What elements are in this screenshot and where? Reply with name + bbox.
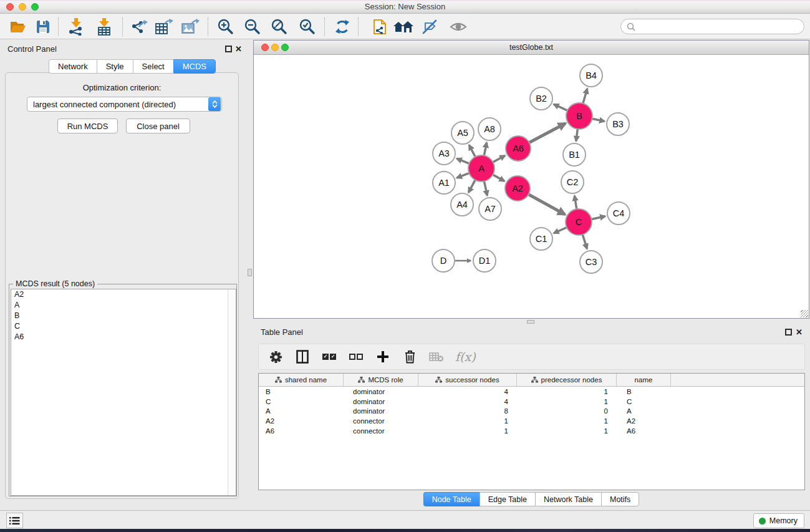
deselect-all-checkboxes-icon[interactable] — [348, 348, 364, 365]
control-panel-float-icon[interactable] — [225, 46, 232, 52]
search-box[interactable] — [620, 19, 804, 34]
vertical-splitter-grip[interactable] — [248, 269, 252, 276]
table-panel-close-icon[interactable]: ✕ — [796, 329, 803, 336]
network-window-titlebar[interactable]: testGlobe.txt — [254, 41, 809, 55]
cell[interactable]: B — [617, 388, 671, 395]
table-row[interactable]: Adominator80A — [259, 407, 804, 417]
import-network-icon[interactable] — [65, 17, 87, 37]
cell[interactable]: A6 — [617, 427, 671, 435]
cell[interactable]: dominator — [344, 388, 418, 395]
cell[interactable]: 4 — [418, 398, 517, 405]
table-panel-float-icon[interactable] — [785, 329, 792, 336]
cell[interactable]: 8 — [418, 407, 517, 415]
save-session-icon[interactable] — [32, 17, 54, 37]
table-row[interactable]: Bdominator41B — [259, 387, 804, 397]
export-table-icon[interactable] — [153, 17, 175, 37]
mcds-result-group: MCDS result (5 nodes) A2ABCA6 — [9, 284, 237, 496]
session-title: Session: New Session — [0, 2, 810, 11]
memory-label: Memory — [769, 516, 798, 525]
column-header-MCDS-role[interactable]: MCDS role — [344, 374, 418, 386]
node-table[interactable]: shared nameMCDS rolesuccessor nodesprede… — [258, 373, 805, 490]
cell[interactable]: 1 — [517, 398, 617, 405]
tab-edge-table[interactable]: Edge Table — [480, 492, 535, 506]
cell[interactable]: 1 — [418, 417, 517, 425]
tab-network-table[interactable]: Network Table — [535, 492, 601, 506]
control-panel-close-icon[interactable]: ✕ — [235, 46, 242, 52]
delete-column-trash-icon[interactable] — [402, 348, 418, 365]
cell[interactable]: 1 — [517, 388, 617, 395]
result-item[interactable]: A — [11, 300, 236, 311]
export-image-icon[interactable] — [180, 17, 201, 37]
column-header-successor-nodes[interactable]: successor nodes — [418, 374, 517, 386]
table-row[interactable]: A2connector11A2 — [259, 416, 804, 426]
tab-style[interactable]: Style — [97, 59, 133, 74]
import-table-icon[interactable] — [94, 17, 115, 37]
cell[interactable]: 1 — [517, 427, 617, 435]
optimization-criterion-select[interactable]: largest connected component (directed) — [27, 97, 222, 112]
network-canvas[interactable]: AA1A2A3A4A5A6A7A8BB1B2B3B4CC1C2C3C4DD1 — [254, 56, 808, 318]
search-input[interactable] — [635, 22, 804, 31]
result-item[interactable]: C — [11, 321, 236, 332]
mcds-result-list[interactable]: A2ABCA6 — [11, 289, 236, 496]
cell[interactable]: 4 — [418, 388, 517, 395]
tab-network[interactable]: Network — [49, 59, 97, 74]
cell[interactable]: 1 — [517, 417, 617, 425]
column-manager-icon[interactable] — [294, 348, 311, 365]
column-header-shared-name[interactable]: shared name — [259, 374, 344, 386]
cell[interactable]: connector — [344, 427, 418, 435]
run-mcds-button[interactable]: Run MCDS — [57, 118, 118, 133]
result-item[interactable]: A6 — [11, 332, 236, 342]
table-row[interactable]: Cdominator41C — [259, 397, 804, 407]
tab-mcds[interactable]: MCDS — [173, 59, 216, 74]
cell[interactable]: C — [259, 398, 344, 405]
select-all-checkboxes-icon[interactable]: ✓✓ — [321, 348, 337, 365]
close-panel-button[interactable]: Close panel — [126, 118, 190, 133]
cell[interactable]: dominator — [344, 407, 418, 415]
cell[interactable]: A — [617, 407, 671, 415]
title-bar: Session: New Session — [0, 0, 810, 14]
home-icon[interactable] — [393, 17, 414, 37]
cell[interactable]: 0 — [517, 407, 617, 415]
horizontal-splitter-grip[interactable] — [527, 320, 534, 324]
cell[interactable]: A6 — [259, 427, 344, 435]
cell[interactable]: 1 — [418, 427, 517, 435]
table-row[interactable]: A6connector11A6 — [259, 426, 804, 436]
cell[interactable]: A2 — [259, 417, 344, 425]
clone-network-icon[interactable] — [369, 17, 390, 37]
task-history-button[interactable] — [6, 513, 23, 528]
window-resize-grip[interactable] — [801, 310, 808, 317]
add-column-plus-icon[interactable] — [375, 348, 391, 365]
column-header-name[interactable]: name — [617, 374, 671, 386]
result-item[interactable]: A2 — [11, 289, 236, 300]
zoom-in-icon[interactable] — [215, 17, 236, 37]
cell[interactable]: connector — [344, 417, 418, 425]
column-header-predecessor-nodes[interactable]: predecessor nodes — [517, 374, 617, 386]
toolbar-separator — [122, 17, 123, 36]
open-session-icon[interactable] — [7, 17, 29, 37]
delete-table-icon[interactable] — [428, 348, 445, 365]
hide-graphics-details-icon[interactable] — [419, 17, 440, 37]
tab-select[interactable]: Select — [133, 59, 173, 74]
memory-button[interactable]: Memory — [753, 513, 804, 528]
cell[interactable]: A2 — [617, 417, 671, 425]
zoom-selected-icon[interactable] — [297, 17, 318, 37]
node-label-A6: A6 — [513, 143, 524, 153]
zoom-out-icon[interactable] — [242, 17, 263, 37]
cell[interactable]: dominator — [344, 398, 418, 405]
table-toolbar: ✓✓ f(x) — [258, 344, 805, 370]
cell[interactable]: C — [617, 398, 671, 405]
tab-motifs[interactable]: Motifs — [601, 492, 639, 506]
table-settings-gear-icon[interactable] — [268, 348, 284, 365]
zoom-fit-icon[interactable] — [269, 17, 290, 37]
show-view-eye-icon[interactable] — [448, 17, 469, 37]
refresh-layout-icon[interactable] — [332, 17, 353, 37]
cell[interactable]: A — [259, 407, 344, 415]
main-toolbar — [0, 14, 810, 39]
function-builder-icon[interactable]: f(x) — [455, 350, 476, 364]
cell[interactable]: B — [259, 388, 344, 395]
desktop-edge — [0, 529, 810, 532]
tab-node-table[interactable]: Node Table — [423, 492, 480, 506]
export-network-icon[interactable] — [128, 17, 150, 37]
result-item[interactable]: B — [11, 311, 236, 321]
result-list-scrollbar[interactable] — [228, 289, 236, 495]
